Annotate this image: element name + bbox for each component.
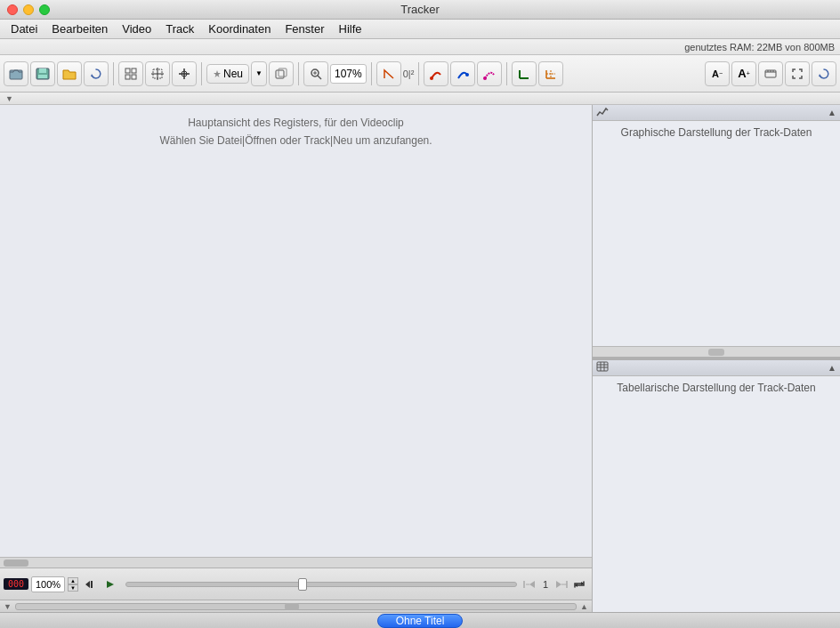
menu-datei[interactable]: Datei [4, 20, 44, 37]
bottom-progress-thumb[interactable] [285, 603, 299, 610]
new-track-button[interactable]: Neu [206, 64, 249, 84]
zoom-spinner[interactable]: ▲ ▼ [68, 577, 78, 592]
go-start-button[interactable] [81, 576, 99, 593]
svg-rect-5 [125, 68, 130, 73]
video-clip-button[interactable] [758, 61, 783, 86]
menubar: Datei Bearbeiten Video Track Koordinaten… [0, 20, 840, 39]
svg-rect-7 [125, 75, 130, 79]
tape-red-button[interactable] [424, 61, 448, 86]
folder-button[interactable] [57, 61, 82, 86]
tape-pink-button[interactable] [477, 61, 502, 86]
font-larger-button[interactable]: A + [731, 61, 756, 86]
grid-icon [125, 68, 137, 80]
maximize-button[interactable] [39, 4, 50, 15]
video-clip-icon [764, 68, 777, 79]
reload-button[interactable] [812, 61, 836, 86]
play-button[interactable] [101, 576, 119, 593]
video-bottom-right-icon: ▲ [580, 602, 588, 611]
instruction-line2: Wählen Sie Datei|Öffnen oder Track|Neu u… [159, 132, 432, 149]
close-button[interactable] [7, 4, 18, 15]
axis-icon [518, 68, 530, 80]
graph-label: Graphische Darstellung der Track-Daten [598, 126, 835, 139]
menu-hilfe[interactable]: Hilfe [332, 20, 369, 37]
refresh-button[interactable] [84, 61, 109, 86]
svg-marker-37 [819, 74, 821, 76]
play-slider-thumb[interactable] [298, 578, 307, 591]
menu-koordinaten[interactable]: Koordinaten [201, 20, 278, 37]
fullscreen-button[interactable] [785, 61, 810, 86]
clone-icon [275, 68, 287, 80]
video-h-scrollbar[interactable] [0, 557, 592, 568]
svg-marker-41 [529, 581, 535, 588]
main-content: Hauptansicht des Registers, für den Vide… [0, 105, 840, 612]
font-smaller-button[interactable]: A − [705, 61, 730, 86]
folder-icon [62, 68, 77, 80]
tape-blue-icon [456, 68, 469, 80]
video-bottom-bar: ▼ ▲ [0, 600, 592, 612]
save-icon [36, 68, 50, 80]
video-h-scrollbar-thumb[interactable] [4, 560, 28, 567]
play-slider[interactable] [125, 582, 517, 587]
zoom-button[interactable] [303, 61, 328, 86]
title-button[interactable]: Ohne Titel [377, 614, 464, 628]
separator-2 [201, 62, 202, 85]
refresh-icon [90, 68, 102, 80]
open-file-button[interactable] [4, 61, 28, 86]
star-icon [213, 69, 222, 78]
graph-scroll-up-button[interactable]: ▲ [828, 108, 836, 117]
ram-status-bar: genutztes RAM: 22MB von 800MB [0, 39, 840, 55]
grid-button[interactable] [118, 61, 143, 86]
table-icon [596, 361, 609, 374]
menu-fenster[interactable]: Fenster [278, 20, 331, 37]
coord-angle-button[interactable] [376, 61, 401, 86]
grid2-icon [545, 68, 557, 80]
separator-1 [113, 62, 114, 85]
svg-line-18 [318, 76, 321, 79]
new-track-dropdown[interactable]: ▼ [251, 61, 267, 86]
zoom-icon [310, 68, 322, 80]
save-button[interactable] [30, 61, 55, 86]
window-controls [7, 4, 50, 15]
step-back-icon [523, 579, 536, 590]
dropdown-arrow-icon: ▼ [255, 69, 262, 77]
svg-rect-49 [597, 362, 608, 371]
ram-status-text: genutztes RAM: 22MB von 800MB [684, 42, 835, 52]
graph-icon [596, 106, 609, 119]
crosshair-button[interactable] [172, 61, 197, 86]
font-a-large-icon: A [738, 67, 746, 80]
svg-rect-16 [279, 68, 287, 76]
svg-marker-40 [107, 581, 114, 588]
track-clone-button[interactable] [269, 61, 294, 86]
menu-bearbeiten[interactable]: Bearbeiten [44, 20, 115, 37]
zoom-up-button[interactable]: ▲ [68, 577, 78, 584]
step-forward-icon [555, 579, 568, 590]
tape-blue-button[interactable] [450, 61, 475, 86]
separator-5 [418, 62, 419, 85]
separator-3 [298, 62, 299, 85]
video-instructions: Hauptansicht des Registers, für den Vide… [159, 114, 432, 150]
frame-number: 1 [538, 579, 553, 590]
graph-h-scrollbar-thumb[interactable] [708, 349, 724, 356]
grid2-button[interactable] [538, 61, 563, 86]
svg-marker-38 [85, 581, 90, 588]
graph-h-scrollbar[interactable] [593, 346, 840, 357]
axis-button[interactable] [512, 61, 537, 86]
zoom-down-button[interactable]: ▼ [68, 584, 78, 592]
loop-button[interactable] [570, 576, 588, 593]
new-track-label: Neu [223, 68, 243, 80]
play-icon [105, 579, 116, 590]
menu-track[interactable]: Track [158, 20, 201, 37]
minimize-button[interactable] [23, 4, 34, 15]
svg-point-23 [483, 76, 487, 80]
table-scroll-up-button[interactable]: ▲ [828, 363, 836, 373]
player-controls: 000 ▲ ▼ [0, 568, 592, 600]
toolbar-arrow-row: ▼ [0, 93, 840, 105]
svg-point-22 [465, 73, 469, 76]
select-region-button[interactable] [145, 61, 170, 86]
zoom-value: 107% [330, 64, 367, 84]
arrow-down-icon: ▼ [5, 94, 13, 103]
menu-video[interactable]: Video [115, 20, 158, 37]
bottom-progress-bar[interactable] [15, 603, 577, 610]
svg-rect-2 [39, 68, 46, 73]
zoom-input[interactable] [31, 576, 65, 592]
